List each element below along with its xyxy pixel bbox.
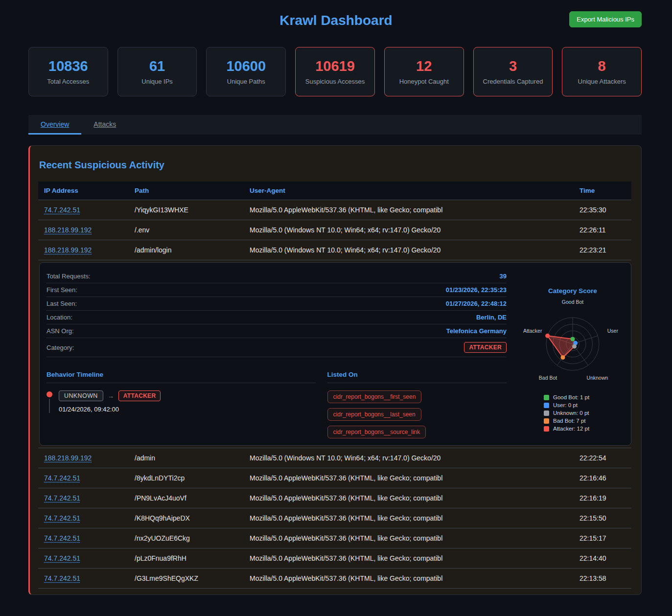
path-cell: /admin/login bbox=[129, 240, 244, 260]
export-malicious-ips-button[interactable]: Export Malicious IPs bbox=[569, 11, 642, 27]
user-agent-cell: Mozilla/5.0 AppleWebKit/537.36 (KHTML, l… bbox=[244, 488, 574, 508]
stat-value: 10619 bbox=[315, 58, 355, 74]
timeline-from-badge: UNKNOWN bbox=[59, 390, 103, 401]
path-cell: /PN9LvAcJ4uoVf bbox=[129, 488, 244, 508]
info-label: Total Requests: bbox=[46, 273, 91, 280]
legend-label: Unknown: 0 pt bbox=[553, 410, 589, 416]
ip-detail-left: Total Requests:39First Seen:01/23/2026, … bbox=[46, 270, 507, 438]
tab-bar: OverviewAttacks bbox=[28, 115, 642, 135]
category-badge: ATTACKER bbox=[464, 342, 507, 353]
legend-item: Attacker: 12 pt bbox=[544, 426, 624, 432]
stat-label: Honeypot Caught bbox=[399, 78, 449, 85]
path-cell: /YiqykGI13WHXE bbox=[129, 200, 244, 220]
radar-axis-label: User bbox=[607, 328, 619, 334]
tab-attacks[interactable]: Attacks bbox=[81, 115, 128, 135]
radar-point bbox=[572, 344, 577, 348]
category-label: Category: bbox=[46, 344, 74, 351]
app-header: Krawl Dashboard Export Malicious IPs bbox=[0, 0, 672, 41]
user-agent-cell: Mozilla/5.0 AppleWebKit/537.36 (KHTML, l… bbox=[244, 548, 574, 568]
tab-overview[interactable]: Overview bbox=[28, 115, 81, 135]
table-row[interactable]: 74.7.242.51/pLz0Fnua9fRhHMozilla/5.0 App… bbox=[38, 548, 631, 569]
radar-chart-title: Category Score bbox=[548, 287, 597, 295]
ip-link[interactable]: 74.7.242.51 bbox=[44, 514, 80, 522]
info-value: 01/23/2026, 22:35:23 bbox=[446, 286, 507, 294]
table-header-row: IP AddressPathUser-AgentTime bbox=[38, 182, 631, 200]
stat-label: Suspicious Accesses bbox=[305, 78, 365, 85]
time-cell: 22:15:50 bbox=[574, 508, 631, 528]
legend-item: Good Bot: 1 pt bbox=[544, 394, 624, 400]
ip-link[interactable]: 74.7.242.51 bbox=[44, 494, 80, 502]
timeline-to-badge: ATTACKER bbox=[118, 390, 161, 401]
info-label: ASN Org: bbox=[46, 327, 74, 335]
path-cell: /G3Lme9ShEQgXKZ bbox=[129, 569, 244, 588]
behavior-timeline-title: Behavior Timeline bbox=[46, 371, 316, 383]
radar-point bbox=[545, 334, 550, 338]
table-row[interactable]: 188.218.99.192/.envMozilla/5.0 (Windows … bbox=[38, 220, 631, 240]
info-value: Berlin, DE bbox=[476, 314, 507, 321]
arrow-right-icon: → bbox=[108, 392, 114, 400]
listed-on-tag[interactable]: cidr_report_bogons__first_seen bbox=[327, 390, 422, 403]
stat-label: Unique Paths bbox=[227, 78, 265, 85]
listed-on-tag[interactable]: cidr_report_bogons__last_seen bbox=[327, 408, 421, 421]
info-row: Last Seen:01/27/2026, 22:48:12 bbox=[46, 297, 507, 311]
table-row[interactable]: 74.7.242.51/8ykdLnDYTi2cpMozilla/5.0 App… bbox=[38, 468, 631, 488]
ip-cell: 188.218.99.192 bbox=[38, 240, 129, 260]
ip-link[interactable]: 74.7.242.51 bbox=[44, 474, 80, 482]
timeline-line bbox=[49, 399, 50, 413]
time-cell: 22:23:21 bbox=[574, 240, 631, 260]
table-row[interactable]: 74.7.242.51/G3Lme9ShEQgXKZMozilla/5.0 Ap… bbox=[38, 569, 631, 589]
stat-value: 8 bbox=[598, 58, 606, 74]
timeline-dot-icon bbox=[46, 391, 52, 397]
listed-on-section: Listed On cidr_report_bogons__first_seen… bbox=[327, 371, 507, 438]
timeline-item: UNKNOWN → ATTACKER 01/24/2026, 09:42:00 bbox=[46, 390, 316, 413]
ip-link[interactable]: 188.218.99.192 bbox=[44, 454, 92, 462]
info-label: First Seen: bbox=[46, 286, 77, 294]
ip-link[interactable]: 74.7.242.51 bbox=[44, 574, 80, 582]
radar-axis-label: Unknown bbox=[587, 375, 608, 381]
table-row[interactable]: 74.7.242.51/nx2yUOZuE6CkgMozilla/5.0 App… bbox=[38, 528, 631, 548]
table-rows-after: 188.218.99.192/adminMozilla/5.0 (Windows… bbox=[38, 448, 631, 589]
ip-detail-row: Total Requests:39First Seen:01/23/2026, … bbox=[38, 260, 631, 448]
info-value: Telefonica Germany bbox=[446, 327, 507, 335]
stat-label: Unique Attackers bbox=[578, 78, 626, 85]
listed-on-tag[interactable]: cidr_report_bogons__source_link bbox=[327, 426, 426, 438]
table-row[interactable]: 74.7.242.51/PN9LvAcJ4uoVfMozilla/5.0 App… bbox=[38, 488, 631, 508]
info-value: 01/27/2026, 22:48:12 bbox=[446, 300, 507, 307]
stat-card: 8Unique Attackers bbox=[562, 47, 642, 96]
table-row[interactable]: 188.218.99.192/admin/loginMozilla/5.0 (W… bbox=[38, 240, 631, 260]
info-row: Location:Berlin, DE bbox=[46, 311, 507, 324]
user-agent-cell: Mozilla/5.0 AppleWebKit/537.36 (KHTML, l… bbox=[244, 468, 574, 488]
path-cell: /admin bbox=[129, 448, 244, 468]
radar-legend: Good Bot: 1 ptUser: 0 ptUnknown: 0 ptBad… bbox=[521, 394, 624, 433]
column-header: IP Address bbox=[38, 182, 129, 200]
radar-point bbox=[561, 355, 565, 360]
ip-link[interactable]: 74.7.242.51 bbox=[44, 534, 80, 542]
ip-link[interactable]: 188.218.99.192 bbox=[44, 226, 92, 234]
category-score-section: Category Score Good BotUserUnknownBad Bo… bbox=[521, 270, 624, 438]
radar-point bbox=[571, 337, 575, 342]
behavior-timeline-section: Behavior Timeline UNKNOWN → ATTACKER bbox=[46, 371, 316, 438]
user-agent-cell: Mozilla/5.0 AppleWebKit/537.36 (KHTML, l… bbox=[244, 569, 574, 588]
table-row[interactable]: 188.218.99.192/adminMozilla/5.0 (Windows… bbox=[38, 448, 631, 468]
legend-swatch bbox=[544, 403, 549, 408]
table-row[interactable]: 74.7.242.51/YiqykGI13WHXEMozilla/5.0 App… bbox=[38, 200, 631, 220]
ip-cell: 74.7.242.51 bbox=[38, 488, 129, 508]
ip-cell: 74.7.242.51 bbox=[38, 508, 129, 528]
ip-link[interactable]: 188.218.99.192 bbox=[44, 246, 92, 254]
ip-link[interactable]: 74.7.242.51 bbox=[44, 554, 80, 562]
stat-card: 10836Total Accesses bbox=[28, 47, 108, 96]
time-cell: 22:15:17 bbox=[574, 528, 631, 548]
ip-cell: 74.7.242.51 bbox=[38, 468, 129, 488]
stat-label: Credentials Captured bbox=[483, 78, 543, 85]
path-cell: /8ykdLnDYTi2cp bbox=[129, 468, 244, 488]
stats-row: 10836Total Accesses61Unique IPs10600Uniq… bbox=[28, 47, 642, 96]
legend-swatch bbox=[544, 411, 549, 416]
table-row[interactable]: 74.7.242.51/K8HQq9hAipeDXMozilla/5.0 App… bbox=[38, 508, 631, 528]
stat-value: 10600 bbox=[226, 58, 266, 74]
ip-cell: 74.7.242.51 bbox=[38, 200, 129, 220]
time-cell: 22:35:30 bbox=[574, 200, 631, 220]
stat-card: 10619Suspicious Accesses bbox=[295, 47, 375, 96]
ip-cell: 188.218.99.192 bbox=[38, 220, 129, 240]
info-label: Last Seen: bbox=[46, 300, 77, 307]
ip-link[interactable]: 74.7.242.51 bbox=[44, 206, 80, 214]
